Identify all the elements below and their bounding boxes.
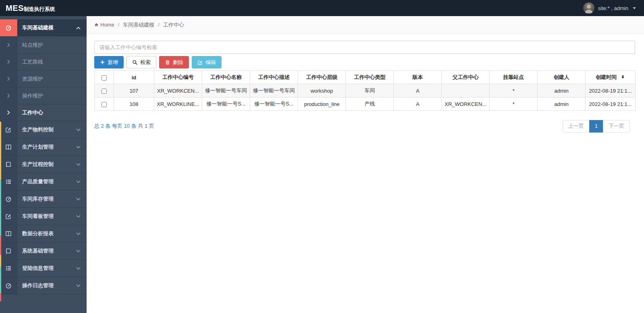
search-icon [132,60,138,65]
scroll-accent-segment [0,293,1,301]
breadcrumb: Home/车间基础建模/工作中心 [87,16,644,34]
chevron-down-icon [76,284,81,288]
sidebar-menu-14[interactable]: 登陆信息管理 [0,260,87,277]
column-header-7[interactable]: 父工作中心 [442,71,490,84]
prev-page-button[interactable]: 上一页 [563,120,590,133]
column-header-4[interactable]: 工作中心层级 [298,71,346,84]
table-cell: 车间 [346,84,394,97]
table-cell: XR_WORKCEN... [154,84,202,97]
sidebar-item-label: 车间看板管理 [17,208,76,225]
sidebar-item-label: 工艺路线 [17,54,87,70]
chevron-down-icon-wrap [76,277,87,294]
home-icon [94,23,99,27]
menu-icon-cell [0,173,17,190]
column-header-label: 创建人 [554,74,569,80]
column-header-6[interactable]: 版本 [394,71,442,84]
row-checkbox[interactable] [101,89,107,94]
page-1-button[interactable]: 1 [589,120,603,133]
table-cell: XR_WORKCEN... [442,97,490,111]
sidebar-menu-12[interactable]: 数据分析报表 [0,225,87,243]
toolbar: 新增 检索 删除 编辑 [94,56,635,68]
chevron-right-icon [6,77,11,81]
breadcrumb-item-0[interactable]: Home [94,22,114,28]
menu-icon-cell [0,208,17,225]
sidebar-item-label: 登陆信息管理 [17,260,76,277]
table-cell: admin [538,97,586,111]
table-row-0[interactable]: 107XR_WORKCEN...修一智能一号车间修一智能一号车间workshop… [95,84,636,97]
search-input[interactable] [94,41,635,54]
select-all-checkbox[interactable] [101,75,107,81]
sidebar-menu-0[interactable]: 车间基础建模 [0,19,87,37]
avatar[interactable] [583,2,594,14]
column-header-5[interactable]: 工作中心类型 [346,71,394,84]
breadcrumb-separator: / [158,22,159,28]
row-select-cell [95,97,114,111]
edit-icon [5,126,12,133]
table-cell: production_line [298,97,346,111]
edit-icon [197,60,203,65]
submenu-arrow-cell [0,87,17,104]
add-button[interactable]: 新增 [94,56,124,68]
sidebar: 车间基础建模站点维护工艺路线资源维护操作维护工作中心生产物料控制生产计划管理生产… [0,16,87,313]
list-icon [5,265,12,272]
search-button[interactable]: 检索 [126,56,156,68]
chevron-up-icon-wrap [76,19,87,36]
column-header-0[interactable]: id [114,71,154,84]
breadcrumb-label: Home [100,22,114,28]
table-footer: 总 2 条 每页 10 条 共 1 页 上一页 1 下一页 [94,120,635,133]
sidebar-menu-11[interactable]: 车间看板管理 [0,208,87,225]
table-cell: workshop [298,84,346,97]
column-header-3[interactable]: 工作中心描述 [250,71,298,84]
sidebar-submenu-1[interactable]: 站点维护 [0,37,87,54]
sidebar-submenu-3[interactable]: 资源维护 [0,70,87,87]
chevron-up-icon [76,26,81,30]
edit-button[interactable]: 编辑 [192,56,222,68]
chevron-right-icon [6,43,11,47]
next-page-button[interactable]: 下一页 [603,120,630,133]
sidebar-menu-6[interactable]: 生产物料控制 [0,121,87,139]
chevron-right-icon [6,60,11,64]
table-row-1[interactable]: 108XR_WORKLINE...修一智能一号S...修一智能一号S...pro… [95,97,636,111]
column-header-10[interactable]: 创建时间 [586,71,636,84]
submenu-arrow-cell [0,70,17,87]
sidebar-item-label: 生产计划管理 [17,139,76,155]
sidebar-menu-9[interactable]: 产品质量管理 [0,173,87,191]
pagination-summary: 总 2 条 每页 10 条 共 1 页 [94,122,154,130]
row-checkbox[interactable] [101,102,107,107]
chevron-down-icon-wrap [76,139,87,155]
sidebar-menu-10[interactable]: 车间库存管理 [0,191,87,208]
sidebar-submenu-5[interactable]: 工作中心 [0,104,87,121]
delete-button[interactable]: 删除 [159,56,189,68]
column-header-2[interactable]: 工作中心名称 [202,71,250,84]
column-header-9[interactable]: 创建人 [538,71,586,84]
user-menu[interactable]: site:* , admin [583,2,644,14]
sidebar-menu-13[interactable]: 系统基础管理 [0,243,87,260]
sidebar-submenu-2[interactable]: 工艺路线 [0,54,87,70]
edit-icon [5,213,12,220]
top-navbar: MES 制造执行系统 site:* , admin [0,0,644,16]
table-cell: A [394,97,442,111]
column-header-8[interactable]: 挂靠站点 [490,71,538,84]
breadcrumb-item-1[interactable]: 车间基础建模 [123,21,154,29]
menu-icon-cell [0,191,17,207]
sidebar-submenu-4[interactable]: 操作维护 [0,87,87,104]
sidebar-item-label: 车间库存管理 [17,191,76,207]
sidebar-menu-8[interactable]: 生产过程控制 [0,156,87,173]
sidebar-menu-7[interactable]: 生产计划管理 [0,139,87,156]
table-cell: 修一智能一号车间 [202,84,250,97]
column-header-label: 工作中心类型 [354,74,385,80]
column-header-label: 工作中心层级 [306,74,338,80]
table-cell: 修一智能一号S... [202,97,250,111]
column-header-1[interactable]: 工作中心编号 [154,71,202,84]
chevron-down-icon-wrap [76,225,87,242]
chevron-down-icon-wrap [76,191,87,207]
menu-icon-cell [0,225,17,242]
sidebar-menu-15[interactable]: 操作日志管理 [0,277,87,294]
pin-icon[interactable] [621,75,625,79]
chevron-down-icon-wrap [76,260,87,277]
edit-button-label: 编辑 [205,60,216,65]
chevron-down-icon [76,128,81,132]
sidebar-item-label: 数据分析报表 [17,225,76,242]
row-select-cell [95,84,114,97]
sidebar-item-label: 资源维护 [17,70,87,87]
